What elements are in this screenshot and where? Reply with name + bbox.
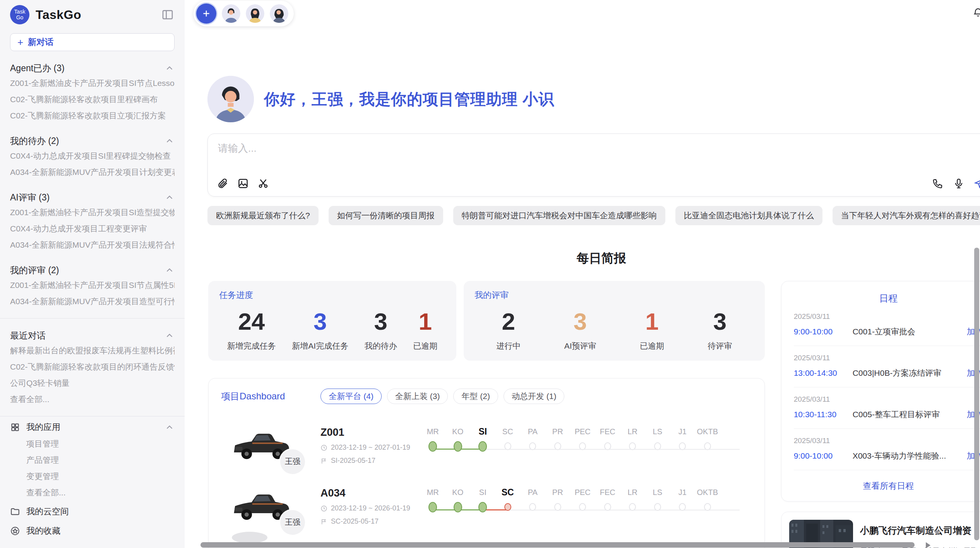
topbar: 王强 bbox=[185, 0, 980, 27]
new-chat-label: 新对话 bbox=[28, 36, 53, 48]
tab-year-model[interactable]: 年型 (2) bbox=[453, 389, 498, 404]
milestone-label: J1 bbox=[670, 425, 695, 438]
sidebar-item[interactable]: C0X4-动力总成开发项目工程变更评审 bbox=[10, 221, 175, 237]
sidebar-collapse-icon[interactable] bbox=[161, 9, 174, 21]
sidebar-item-project-mgmt[interactable]: 项目管理 bbox=[10, 436, 175, 452]
vertical-scrollbar-thumb[interactable] bbox=[974, 248, 979, 540]
stat-label: 待评审 bbox=[708, 341, 732, 351]
chevron-up-icon[interactable] bbox=[164, 422, 175, 432]
stat-value: 1 bbox=[413, 305, 437, 338]
stats-row: 任务进度 24 新增完成任务 3 新增AI完成任务 3 bbox=[208, 281, 765, 361]
sidebar-item-product-mgmt[interactable]: 产品管理 bbox=[10, 452, 175, 468]
microphone-icon[interactable] bbox=[953, 178, 965, 189]
tab-new-platform[interactable]: 全新平台 (4) bbox=[320, 389, 382, 404]
suggestion-chip[interactable]: 比亚迪全固态电池计划具体说了什么 bbox=[675, 206, 822, 225]
dashboard-title: 项目Dashboard bbox=[221, 390, 285, 402]
tab-new-body[interactable]: 全新上装 (3) bbox=[387, 389, 448, 404]
chevron-up-icon[interactable] bbox=[164, 331, 175, 341]
stat-label: 我的待办 bbox=[365, 341, 397, 351]
milestone-track: MR KO SI SC PA PR PEC FEC LR LS J1 OKTB bbox=[420, 485, 752, 526]
sidebar-item[interactable]: Z001-全新燃油轻卡产品开发项目SI节点属性5D文件评审 bbox=[10, 277, 175, 293]
event-divider bbox=[794, 470, 980, 470]
daily-briefing-header: 每日简报 bbox=[185, 249, 980, 268]
milestone-dot bbox=[454, 502, 462, 512]
view-all-conversations[interactable]: 查看全部... bbox=[10, 391, 175, 408]
sidebar-item-change-mgmt[interactable]: 变更管理 bbox=[10, 468, 175, 485]
view-all-schedule-link[interactable]: 查看所有日程 bbox=[794, 480, 980, 492]
event-name: C005-整车工程目标评审 bbox=[853, 409, 967, 420]
flag-icon bbox=[320, 518, 327, 525]
send-icon[interactable] bbox=[974, 178, 980, 189]
section-my-apps[interactable]: 我的应用 bbox=[10, 419, 175, 436]
sidebar-item-favorites[interactable]: 我的收藏 bbox=[10, 522, 175, 539]
tab-powertrain[interactable]: 动总开发 (1) bbox=[504, 389, 565, 404]
event-time: 9:00-10:00 bbox=[794, 327, 853, 336]
sidebar: Task Go TaskGo + 新对话 Agent已办 (3) Z001-全新… bbox=[0, 0, 185, 548]
event-time: 10:30-11:30 bbox=[794, 410, 853, 419]
section-title: 我的待办 (2) bbox=[10, 135, 59, 147]
scroll-right-arrow[interactable] bbox=[926, 542, 930, 548]
milestone-dot bbox=[579, 503, 586, 511]
sidebar-item[interactable]: A034-全新新能源MUV产品开发项目造型可行性评审 bbox=[10, 293, 175, 310]
sidebar-item[interactable]: C02-飞腾新能源轻客改款项目的闭环通告反馈情况 bbox=[10, 359, 175, 375]
event-time: 13:00-14:30 bbox=[794, 368, 853, 378]
event-name: C003|H0B-方案冻结评审 bbox=[853, 368, 967, 378]
sidebar-item[interactable]: Z001-全新燃油皮卡产品开发项目SI节点Lesson Learn报告 bbox=[10, 75, 175, 91]
sidebar-item[interactable]: A034-全新新能源MUV产品开发项目计划变更表编写 bbox=[10, 164, 175, 180]
assistant-avatar[interactable] bbox=[222, 4, 240, 23]
event-date: 2025/03/11 bbox=[794, 437, 980, 445]
suggestion-chip[interactable]: 如何写一份清晰的项目周报 bbox=[329, 206, 443, 225]
sidebar-item[interactable]: C0X4-动力总成开发项目SI里程碑提交物检查 bbox=[10, 148, 175, 164]
chevron-up-icon[interactable] bbox=[164, 192, 175, 202]
sidebar-item[interactable]: Z001-全新燃油轻卡产品开发项目SI造型提交物评审 bbox=[10, 204, 175, 221]
assistant-avatar[interactable] bbox=[270, 4, 288, 23]
stat-new-done: 24 新增完成任务 bbox=[227, 305, 276, 351]
notification-bell-icon[interactable] bbox=[973, 7, 980, 18]
view-all-apps[interactable]: 查看全部... bbox=[10, 485, 175, 501]
paperclip-icon[interactable] bbox=[217, 178, 229, 189]
task-progress-card: 任务进度 24 新增完成任务 3 新增AI完成任务 3 bbox=[208, 281, 456, 361]
event-date: 2025/03/11 bbox=[794, 312, 980, 321]
chevron-up-icon[interactable] bbox=[164, 136, 175, 146]
clock-icon bbox=[320, 505, 327, 512]
suggestion-chip[interactable]: 当下年轻人对汽车外观有怎样的喜好趋势 bbox=[833, 206, 980, 225]
scroll-down-indicator[interactable] bbox=[934, 531, 941, 535]
add-assistant-button[interactable] bbox=[196, 3, 216, 24]
chevron-up-icon[interactable] bbox=[164, 265, 175, 275]
suggestion-chip[interactable]: 特朗普可能对进口汽车增税会对中国车企造成哪些影响 bbox=[453, 206, 665, 225]
greeting-block: 你好，王强，我是你的项目管理助理 小识 bbox=[207, 76, 980, 122]
suggestion-chip[interactable]: 欧洲新规最近颁布了什么? bbox=[207, 206, 319, 225]
milestone-dot bbox=[529, 442, 536, 450]
project-owner-badge: 王强 bbox=[280, 510, 305, 535]
sidebar-item[interactable]: C02-飞腾新能源轻客改款项目立项汇报方案 bbox=[10, 108, 175, 124]
sidebar-item[interactable]: 解释最新出台的欧盟报废车法规再生塑料比例被调至15%... bbox=[10, 342, 175, 359]
horizontal-scrollbar-thumb[interactable] bbox=[200, 542, 915, 548]
horizontal-scrollbar[interactable] bbox=[200, 542, 980, 548]
stat-pending-review: 3 待评审 bbox=[708, 305, 732, 351]
star-circle-icon bbox=[10, 526, 20, 536]
image-icon[interactable] bbox=[237, 178, 249, 189]
daily-briefing-title: 每日简报 bbox=[577, 250, 626, 267]
scissors-icon[interactable] bbox=[257, 178, 269, 189]
sidebar-item[interactable]: 公司Q3轻卡销量 bbox=[10, 375, 175, 391]
milestone-label: SC bbox=[495, 485, 521, 499]
phone-icon[interactable] bbox=[932, 178, 944, 189]
sidebar-item-cloud-space[interactable]: 我的云空间 bbox=[10, 503, 175, 520]
milestone-label: MR bbox=[420, 425, 445, 438]
event-time: 9:00-10:00 bbox=[794, 451, 853, 461]
stat-ai-pre-review: 3 AI预评审 bbox=[564, 305, 596, 351]
section-my-todo: 我的待办 (2) bbox=[10, 134, 175, 148]
dashboard-header: 项目Dashboard 全新平台 (4) 全新上装 (3) 年型 (2) 动总开… bbox=[221, 389, 752, 404]
chevron-up-icon[interactable] bbox=[164, 63, 175, 73]
main-area: 王强 你好，王强，我是你的项目管理助理 小识 欧洲新规最近颁布了什么? bbox=[185, 0, 980, 548]
project-row[interactable]: 王强 A034 2023-12-19 ~ 2026-01-19 SC-2025-… bbox=[221, 487, 752, 526]
sidebar-item[interactable]: A034-全新新能源MUV产品开发项目法规符合性评审 bbox=[10, 237, 175, 253]
milestone-dot bbox=[504, 442, 511, 450]
chat-input[interactable] bbox=[218, 142, 755, 154]
section-ai-review: AI评审 (3) bbox=[10, 190, 175, 204]
new-chat-button[interactable]: + 新对话 bbox=[10, 33, 175, 51]
stat-value: 3 bbox=[564, 305, 596, 338]
sidebar-item[interactable]: C02-飞腾新能源轻客改款项目里程碑画布 bbox=[10, 91, 175, 108]
project-row[interactable]: 王强 Z001 2023-12-19 ~ 2027-01-19 SI-2025-… bbox=[221, 426, 752, 465]
assistant-avatar[interactable] bbox=[246, 4, 264, 23]
